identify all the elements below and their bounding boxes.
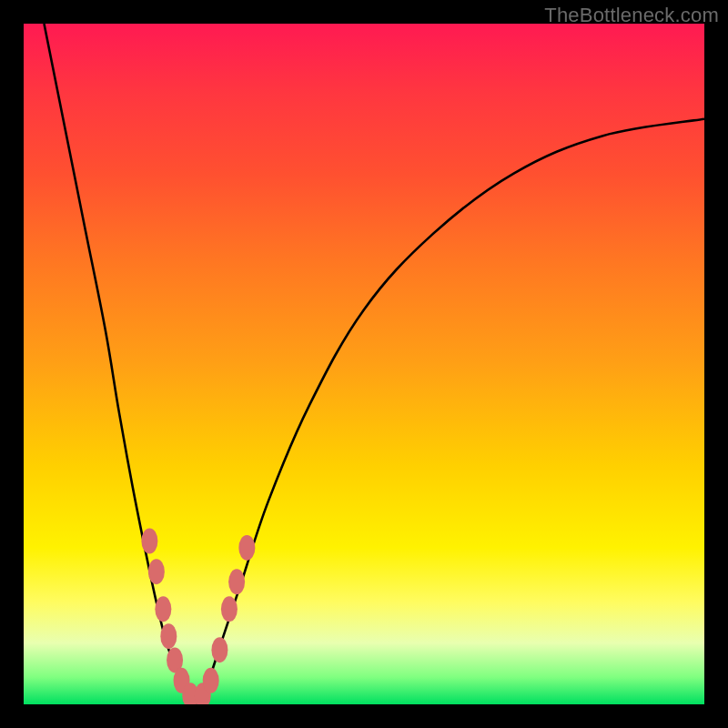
chart-svg (24, 24, 704, 704)
plot-area (24, 24, 704, 704)
marker-dot (238, 535, 255, 561)
marker-dot (211, 637, 228, 662)
marker-dot (155, 596, 171, 622)
curve-right-branch (197, 119, 704, 704)
curve-left-branch (44, 24, 197, 704)
marker-dot (148, 559, 165, 584)
marker-dot (141, 528, 157, 553)
marker-dot (203, 668, 219, 693)
marker-dot (228, 569, 245, 594)
marker-dot (221, 596, 238, 622)
watermark-text: TheBottleneck.com (544, 4, 719, 27)
marker-dot (160, 623, 177, 649)
marker-group (141, 528, 255, 704)
